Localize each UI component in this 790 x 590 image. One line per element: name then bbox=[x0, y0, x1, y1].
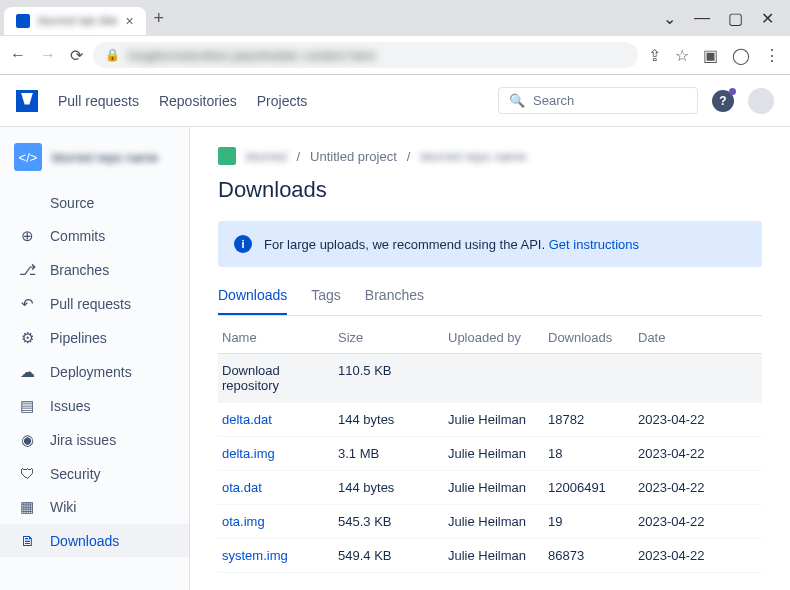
tab-branches[interactable]: Branches bbox=[365, 287, 424, 315]
lock-icon: 🔒 bbox=[105, 48, 120, 62]
breadcrumb-project[interactable]: Untitled project bbox=[310, 149, 397, 164]
sidebar: </> blurred repo name Source⊕Commits⎇Bra… bbox=[0, 127, 190, 590]
maximize-icon[interactable]: ▢ bbox=[728, 9, 743, 28]
new-tab-button[interactable]: + bbox=[154, 8, 165, 29]
col-header-downloads: Downloads bbox=[548, 330, 638, 345]
tab-title: blurred tab title bbox=[38, 14, 117, 28]
main-content: blurred / Untitled project / blurred rep… bbox=[190, 127, 790, 590]
tab-tags[interactable]: Tags bbox=[311, 287, 341, 315]
col-header-uploader: Uploaded by bbox=[448, 330, 548, 345]
sidebar-item-wiki[interactable]: ▦Wiki bbox=[0, 490, 189, 524]
wiki-icon: ▦ bbox=[18, 498, 36, 516]
pipelines-icon: ⚙ bbox=[18, 329, 36, 347]
sidebar-item-source[interactable]: Source bbox=[0, 187, 189, 219]
forward-icon[interactable]: → bbox=[40, 46, 56, 65]
banner-link[interactable]: Get instructions bbox=[549, 237, 639, 252]
repo-name: blurred repo name bbox=[52, 150, 158, 165]
share-icon[interactable]: ⇪ bbox=[648, 46, 661, 65]
breadcrumb-icon bbox=[218, 147, 236, 165]
bitbucket-logo-icon[interactable] bbox=[16, 90, 38, 112]
file-link[interactable]: delta.img bbox=[218, 446, 338, 461]
table-row-repo: Download repository 110.5 KB bbox=[218, 354, 762, 403]
branches-icon: ⎇ bbox=[18, 261, 36, 279]
file-link[interactable]: ota.dat bbox=[218, 480, 338, 495]
app-header: Pull requests Repositories Projects 🔍 Se… bbox=[0, 75, 790, 127]
file-size: 549.4 KB bbox=[338, 548, 448, 563]
sidebar-item-downloads[interactable]: 🗎Downloads bbox=[0, 524, 189, 557]
profile-icon[interactable]: ◯ bbox=[732, 46, 750, 65]
tab-favicon bbox=[16, 14, 30, 28]
file-downloads: 86873 bbox=[548, 548, 638, 563]
sidebar-item-label: Deployments bbox=[50, 364, 132, 380]
file-link[interactable]: ota.img bbox=[218, 514, 338, 529]
nav-repositories[interactable]: Repositories bbox=[159, 93, 237, 109]
sidebar-item-label: Issues bbox=[50, 398, 90, 414]
file-uploader: Julie Heilman bbox=[448, 480, 548, 495]
menu-icon[interactable]: ⋮ bbox=[764, 46, 780, 65]
sidebar-item-pipelines[interactable]: ⚙Pipelines bbox=[0, 321, 189, 355]
back-icon[interactable]: ← bbox=[10, 46, 26, 65]
issues-icon: ▤ bbox=[18, 397, 36, 415]
file-uploader: Julie Heilman bbox=[448, 446, 548, 461]
sidebar-item-label: Wiki bbox=[50, 499, 76, 515]
close-window-icon[interactable]: ✕ bbox=[761, 9, 774, 28]
file-date: 2023-04-22 bbox=[638, 514, 738, 529]
sidebar-item-pull-requests[interactable]: ↶Pull requests bbox=[0, 287, 189, 321]
file-downloads: 12006491 bbox=[548, 480, 638, 495]
download-repo-link[interactable]: Download repository bbox=[218, 363, 338, 393]
page-title: Downloads bbox=[218, 177, 762, 203]
sidebar-item-branches[interactable]: ⎇Branches bbox=[0, 253, 189, 287]
sidebar-item-label: Pull requests bbox=[50, 296, 131, 312]
commits-icon: ⊕ bbox=[18, 227, 36, 245]
nav-projects[interactable]: Projects bbox=[257, 93, 308, 109]
table-row: system.img 549.4 KB Julie Heilman 86873 … bbox=[218, 539, 762, 573]
help-icon[interactable]: ? bbox=[712, 90, 734, 112]
sidebar-item-deployments[interactable]: ☁Deployments bbox=[0, 355, 189, 389]
sidebar-item-label: Security bbox=[50, 466, 101, 482]
pull-requests-icon: ↶ bbox=[18, 295, 36, 313]
extension-icon[interactable]: ▣ bbox=[703, 46, 718, 65]
file-downloads: 19 bbox=[548, 514, 638, 529]
breadcrumb-item[interactable]: blurred bbox=[246, 149, 286, 164]
browser-tab-bar: blurred tab title × + ⌄ — ▢ ✕ bbox=[0, 0, 790, 36]
breadcrumb-repo[interactable]: blurred repo name bbox=[420, 149, 526, 164]
reload-icon[interactable]: ⟳ bbox=[70, 46, 83, 65]
security-icon: 🛡 bbox=[18, 465, 36, 482]
file-uploader: Julie Heilman bbox=[448, 548, 548, 563]
repo-icon: </> bbox=[14, 143, 42, 171]
sidebar-item-security[interactable]: 🛡Security bbox=[0, 457, 189, 490]
breadcrumb: blurred / Untitled project / blurred rep… bbox=[218, 147, 762, 165]
table-row: delta.dat 144 bytes Julie Heilman 18782 … bbox=[218, 403, 762, 437]
sidebar-item-commits[interactable]: ⊕Commits bbox=[0, 219, 189, 253]
close-tab-icon[interactable]: × bbox=[125, 13, 133, 29]
nav-pull-requests[interactable]: Pull requests bbox=[58, 93, 139, 109]
sidebar-item-label: Commits bbox=[50, 228, 105, 244]
file-uploader: Julie Heilman bbox=[448, 514, 548, 529]
browser-tab[interactable]: blurred tab title × bbox=[4, 7, 146, 35]
search-input[interactable]: 🔍 Search bbox=[498, 87, 698, 114]
file-link[interactable]: system.img bbox=[218, 548, 338, 563]
repo-header[interactable]: </> blurred repo name bbox=[0, 143, 189, 187]
user-avatar[interactable] bbox=[748, 88, 774, 114]
table-row: ota.dat 144 bytes Julie Heilman 12006491… bbox=[218, 471, 762, 505]
minimize-icon[interactable]: — bbox=[694, 9, 710, 28]
table-header: Name Size Uploaded by Downloads Date bbox=[218, 320, 762, 354]
sidebar-item-label: Pipelines bbox=[50, 330, 107, 346]
sidebar-item-label: Source bbox=[50, 195, 94, 211]
address-bar[interactable]: 🔒 longblurredurltext placeholder content… bbox=[93, 42, 638, 68]
url-text: longblurredurltext placeholder content h… bbox=[128, 48, 375, 63]
file-date: 2023-04-22 bbox=[638, 412, 738, 427]
search-icon: 🔍 bbox=[509, 93, 525, 108]
sidebar-item-issues[interactable]: ▤Issues bbox=[0, 389, 189, 423]
tab-downloads[interactable]: Downloads bbox=[218, 287, 287, 315]
sidebar-item-jira-issues[interactable]: ◉Jira issues bbox=[0, 423, 189, 457]
downloads-table: Name Size Uploaded by Downloads Date Dow… bbox=[218, 320, 762, 573]
chevron-down-icon[interactable]: ⌄ bbox=[663, 9, 676, 28]
info-banner: i For large uploads, we recommend using … bbox=[218, 221, 762, 267]
bookmark-icon[interactable]: ☆ bbox=[675, 46, 689, 65]
file-link[interactable]: delta.dat bbox=[218, 412, 338, 427]
downloads-icon: 🗎 bbox=[18, 532, 36, 549]
file-date: 2023-04-22 bbox=[638, 446, 738, 461]
file-uploader: Julie Heilman bbox=[448, 412, 548, 427]
file-size: 144 bytes bbox=[338, 480, 448, 495]
